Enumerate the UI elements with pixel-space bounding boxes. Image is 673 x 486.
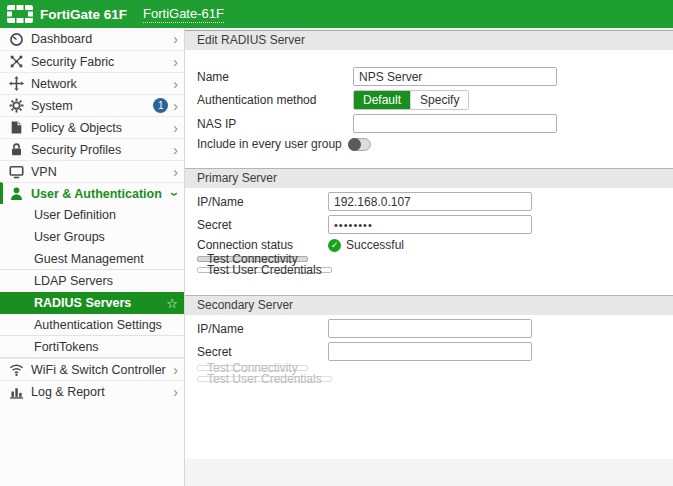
primary-server-section-header: Primary Server <box>185 168 673 188</box>
gear-icon <box>9 98 24 113</box>
dashboard-icon <box>9 32 24 47</box>
sidebar-item-label: Authentication Settings <box>34 318 178 332</box>
monitor-icon <box>9 164 24 179</box>
sidebar-item-authentication-settings[interactable]: Authentication Settings <box>0 314 184 336</box>
auth-method-label: Authentication method <box>197 93 353 107</box>
secondary-test-credentials-button: Test User Credentials <box>197 376 332 382</box>
sidebar-item-label: Security Fabric <box>31 55 173 69</box>
sidebar-item-policy-and-objects[interactable]: Policy & Objects› <box>0 116 184 138</box>
sidebar-item-label: FortiTokens <box>34 340 178 354</box>
sidebar-item-user-groups[interactable]: User Groups <box>0 226 184 248</box>
name-label: Name <box>197 70 353 84</box>
sidebar-item-label: User Groups <box>34 230 178 244</box>
sidebar-item-user-and-authentication[interactable]: User & Authentication› <box>0 182 184 204</box>
success-check-icon: ✓ <box>328 239 341 252</box>
main-content: Edit RADIUS Server Name Authentication m… <box>185 28 673 486</box>
sidebar-item-system[interactable]: System1› <box>0 94 184 116</box>
policy-icon <box>9 120 24 135</box>
top-bar: FortiGate 61F FortiGate-61F <box>0 0 673 28</box>
sidebar-item-user-definition[interactable]: User Definition <box>0 204 184 226</box>
primary-test-credentials-button[interactable]: Test User Credentials <box>197 267 332 273</box>
wifi-icon <box>9 362 24 377</box>
chevron-right-icon: › <box>173 121 178 135</box>
sidebar-item-label: Security Profiles <box>31 143 173 157</box>
edit-radius-form: Name Authentication method Default Speci… <box>185 50 673 459</box>
sidebar-item-guest-management[interactable]: Guest Management <box>0 248 184 270</box>
sidebar-item-wifi-and-switch-controller[interactable]: WiFi & Switch Controller› <box>0 358 184 380</box>
sidebar-item-ldap-servers[interactable]: LDAP Servers <box>0 270 184 292</box>
sidebar-item-log-and-report[interactable]: Log & Report› <box>0 380 184 402</box>
sidebar-item-fortitokens[interactable]: FortiTokens <box>0 336 184 358</box>
secondary-test-connectivity-button: Test Connectivity <box>197 365 308 371</box>
chevron-right-icon: › <box>173 363 178 377</box>
chevron-right-icon: › <box>173 165 178 179</box>
sidebar-item-security-fabric[interactable]: Security Fabric› <box>0 50 184 72</box>
fortinet-logo-icon <box>7 5 33 23</box>
auth-specify-button[interactable]: Specify <box>410 91 468 109</box>
secondary-ip-label: IP/Name <box>197 322 328 336</box>
sidebar-item-label: Log & Report <box>31 385 173 399</box>
connection-status-label: Connection status <box>197 238 328 252</box>
sidebar-menu: Dashboard›Security Fabric›Network›System… <box>0 28 185 486</box>
chevron-down-icon: › <box>169 191 183 196</box>
secondary-ip-input[interactable] <box>328 319 532 338</box>
fortigate-admin-screen: FortiGate 61F FortiGate-61F Dashboard›Se… <box>0 0 673 486</box>
include-group-label: Include in every user group <box>197 137 342 151</box>
sidebar-item-security-profiles[interactable]: Security Profiles› <box>0 138 184 160</box>
nas-ip-label: NAS IP <box>197 117 353 131</box>
security-fabric-icon <box>9 54 24 69</box>
sidebar-item-label: VPN <box>31 165 173 179</box>
sidebar-item-label: LDAP Servers <box>34 274 178 288</box>
chevron-right-icon: › <box>173 385 178 399</box>
sidebar-item-label: Policy & Objects <box>31 121 173 135</box>
sidebar-item-network[interactable]: Network› <box>0 72 184 94</box>
device-title: FortiGate 61F <box>40 7 127 22</box>
include-group-toggle[interactable] <box>348 138 371 151</box>
sidebar-item-dashboard[interactable]: Dashboard› <box>0 28 184 50</box>
sidebar-item-label: Network <box>31 77 173 91</box>
notification-badge: 1 <box>153 98 168 113</box>
connection-status: ✓ Successful <box>328 238 404 252</box>
primary-ip-label: IP/Name <box>197 195 328 209</box>
auth-method-segmented: Default Specify <box>353 90 469 110</box>
network-icon <box>9 76 24 91</box>
chevron-right-icon: › <box>173 77 178 91</box>
sidebar-item-label: Dashboard <box>31 32 173 46</box>
auth-default-button[interactable]: Default <box>354 91 410 109</box>
chevron-right-icon: › <box>173 55 178 69</box>
chevron-right-icon: › <box>173 143 178 157</box>
primary-secret-input[interactable] <box>328 215 532 234</box>
sidebar-item-label: RADIUS Servers <box>34 296 166 310</box>
nas-ip-input[interactable] <box>353 114 557 133</box>
primary-test-connectivity-button[interactable]: Test Connectivity <box>197 256 308 262</box>
sidebar-item-radius-servers[interactable]: RADIUS Servers☆ <box>0 292 184 314</box>
sidebar-item-label: User & Authentication <box>31 187 173 201</box>
page-title: Edit RADIUS Server <box>185 30 673 50</box>
chart-icon <box>9 384 24 399</box>
favorite-star-icon[interactable]: ☆ <box>166 296 178 311</box>
secondary-server-section-header: Secondary Server <box>185 295 673 315</box>
toggle-knob <box>348 138 361 151</box>
primary-secret-label: Secret <box>197 218 328 232</box>
secondary-secret-input[interactable] <box>328 342 532 361</box>
name-input[interactable] <box>353 67 557 86</box>
connection-status-value: Successful <box>346 238 404 252</box>
sidebar-item-label: System <box>31 99 153 113</box>
vdom-tab[interactable]: FortiGate-61F <box>143 6 224 23</box>
sidebar-item-label: Guest Management <box>34 252 178 266</box>
sidebar-item-label: User Definition <box>34 208 178 222</box>
chevron-right-icon: › <box>173 99 178 113</box>
user-icon <box>9 186 24 201</box>
lock-icon <box>9 142 24 157</box>
sidebar-item-label: WiFi & Switch Controller <box>31 363 173 377</box>
sidebar-item-vpn[interactable]: VPN› <box>0 160 184 182</box>
primary-ip-input[interactable] <box>328 192 532 211</box>
chevron-right-icon: › <box>173 32 178 46</box>
secondary-secret-label: Secret <box>197 345 328 359</box>
